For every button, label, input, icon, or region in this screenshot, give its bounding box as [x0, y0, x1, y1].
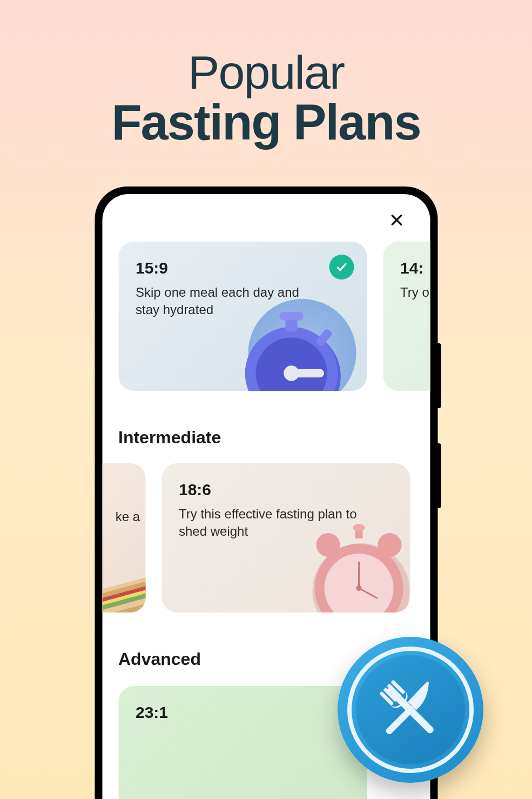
fab-inner-circle — [356, 655, 465, 764]
section-title-advanced: Advanced — [102, 649, 201, 669]
beginner-cards-row[interactable]: 15:9 Skip one meal each day and stay hyd… — [102, 242, 430, 391]
svg-rect-27 — [385, 704, 415, 735]
check-icon — [335, 261, 347, 273]
section-title-intermediate: Intermediate — [102, 428, 221, 448]
plan-ratio: 15:9 — [136, 259, 349, 277]
phone-physical-button-2 — [436, 443, 441, 508]
intermediate-cards-row[interactable]: ke a 18:6 Try this effective fas — [102, 463, 430, 612]
hero-title-line2: Fasting Plans — [0, 96, 532, 149]
plan-ratio: 23:1 — [136, 703, 349, 722]
hero-title-line1: Popular — [0, 49, 532, 96]
fork-knife-icon — [372, 671, 450, 749]
stopwatch-icon — [232, 299, 351, 391]
svg-rect-6 — [279, 312, 303, 320]
plan-card-15-9[interactable]: 15:9 Skip one meal each day and stay hyd… — [118, 242, 367, 391]
svg-point-14 — [353, 524, 365, 531]
plan-ratio: 18:6 — [179, 481, 393, 499]
plan-description-partial: ke a — [116, 509, 140, 524]
selected-check-badge — [329, 255, 354, 279]
plan-ratio: 14: — [400, 259, 430, 277]
plan-card-23-1[interactable]: 23:1 — [118, 686, 367, 799]
svg-rect-9 — [291, 369, 324, 377]
plan-card-18-6[interactable]: 18:6 Try this effective fasting plan to … — [161, 463, 410, 612]
svg-point-19 — [356, 585, 361, 591]
plan-card-14-10[interactable]: 14: Try o your — [383, 242, 430, 391]
hero-title: Popular Fasting Plans — [0, 0, 532, 149]
meal-fab-badge[interactable] — [338, 637, 483, 783]
plan-description: Try o your — [400, 284, 430, 301]
close-icon — [389, 212, 404, 228]
alarm-clock-icon — [297, 512, 410, 612]
close-button[interactable] — [386, 209, 407, 231]
phone-physical-button-1 — [436, 343, 441, 408]
plan-card-partial-left[interactable]: ke a — [102, 463, 145, 612]
sandwich-icon — [102, 553, 145, 612]
